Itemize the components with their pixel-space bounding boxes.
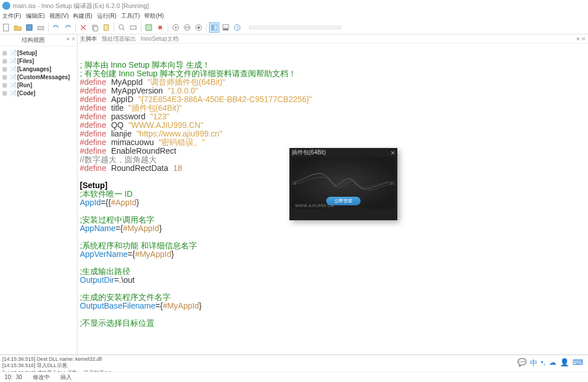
svg-rect-9 bbox=[158, 26, 162, 29]
svg-rect-0 bbox=[3, 24, 9, 31]
expand-icon[interactable]: ⊞ bbox=[2, 58, 8, 64]
print-icon[interactable] bbox=[36, 22, 46, 33]
redo-icon[interactable] bbox=[63, 22, 73, 33]
expand-icon[interactable]: ⊞ bbox=[2, 82, 8, 88]
separator bbox=[48, 23, 49, 32]
stop-icon[interactable] bbox=[194, 22, 204, 33]
tab-preprocess[interactable]: 预处理器输出 bbox=[102, 35, 136, 43]
output-line: [14:15:36.515] Dest DLL name: kernel32.d… bbox=[2, 356, 586, 362]
svg-rect-2 bbox=[38, 26, 44, 30]
expand-icon[interactable]: ⊞ bbox=[2, 74, 8, 80]
app-icon bbox=[2, 2, 10, 10]
save-icon[interactable] bbox=[24, 22, 34, 33]
section-icon: 📄 bbox=[10, 50, 16, 56]
svg-rect-4 bbox=[94, 26, 98, 31]
sidebar: 结构视图 ▾ ✕ ⊞📄[Setup] ⊞📄[Files] ⊞📄[Language… bbox=[0, 34, 78, 354]
menu-tools[interactable]: 工具(T) bbox=[121, 12, 140, 20]
svg-point-6 bbox=[119, 25, 123, 29]
code-comment: ; 有关创建 Inno Setup 脚本文件的详细资料请查阅帮助文档！ bbox=[80, 69, 296, 78]
tray-icons: 💬 中 •, ☁ 👤 ⌨ bbox=[517, 358, 583, 368]
progress-placeholder bbox=[249, 26, 341, 29]
menu-view[interactable]: 视图(V) bbox=[49, 12, 68, 20]
popup-titlebar[interactable]: 插件包(64Bit) ✕ bbox=[289, 148, 397, 157]
open-icon[interactable] bbox=[13, 22, 23, 33]
status-bar: 10: 30 修改中 插入 bbox=[0, 372, 588, 382]
tray-ime-icon[interactable]: 中 bbox=[530, 358, 537, 368]
menu-edit[interactable]: 编辑(E) bbox=[26, 12, 45, 20]
close-icon[interactable]: ✕ bbox=[390, 150, 395, 156]
status-line: 10: 30 bbox=[5, 374, 22, 380]
run-icon[interactable] bbox=[171, 22, 181, 33]
paste-icon[interactable] bbox=[101, 22, 111, 33]
help-icon[interactable]: ? bbox=[232, 22, 242, 33]
svg-rect-1 bbox=[26, 25, 32, 30]
sidebar-header: 结构视图 ▾ ✕ bbox=[0, 34, 77, 46]
toggle-output-icon[interactable] bbox=[220, 22, 231, 33]
menu-build[interactable]: 构建(B) bbox=[73, 12, 92, 20]
separator bbox=[168, 23, 168, 32]
installer-popup: 插件包(64Bit) ✕ ‹ › 立即安装 WWW.AJIU999.CN bbox=[289, 148, 397, 220]
menu-help[interactable]: 帮助(H) bbox=[144, 12, 164, 20]
expand-icon[interactable]: ⊞ bbox=[2, 50, 8, 56]
tree-item-files[interactable]: ⊞📄[Files] bbox=[2, 57, 77, 65]
code-section: [Setup] bbox=[80, 181, 107, 190]
section-icon: 📄 bbox=[10, 82, 16, 88]
svg-rect-13 bbox=[198, 26, 200, 29]
tree-item-setup[interactable]: ⊞📄[Setup] bbox=[2, 49, 77, 57]
toggle-structure-icon[interactable] bbox=[209, 22, 219, 33]
output-line: [14:15:36.516] 导入DLL示意. bbox=[2, 362, 586, 369]
editor-tabbar: 主脚本 预处理器输出 InnoSetup文档 ▾ ✕ bbox=[78, 34, 588, 44]
tray-keyboard-icon[interactable]: ⌨ bbox=[572, 358, 583, 368]
menu-run[interactable]: 运行(R) bbox=[97, 12, 117, 20]
section-icon: 📄 bbox=[10, 90, 16, 96]
title-bar: main.iss - Inno Setup 编译器(Ex) 6.2.0 [Run… bbox=[0, 0, 588, 11]
svg-rect-16 bbox=[223, 25, 229, 28]
compile-icon[interactable] bbox=[144, 22, 154, 33]
section-icon: 📄 bbox=[10, 74, 16, 80]
menu-file[interactable]: 文件(F) bbox=[2, 12, 21, 20]
panel-controls-icon[interactable]: ▾ ✕ bbox=[67, 36, 77, 42]
expand-icon[interactable]: ⊞ bbox=[2, 90, 8, 96]
svg-rect-17 bbox=[223, 29, 229, 30]
status-insert: 插入 bbox=[60, 373, 72, 381]
tree-item-custommessages[interactable]: ⊞📄[CustomMessages] bbox=[2, 73, 77, 81]
expand-icon[interactable]: ⊞ bbox=[2, 66, 8, 72]
section-icon: 📄 bbox=[10, 66, 16, 72]
prev-icon[interactable]: ‹ bbox=[294, 180, 296, 186]
section-icon: 📄 bbox=[10, 58, 16, 64]
popup-url: WWW.AJIU999.CN bbox=[295, 204, 334, 208]
svg-text:?: ? bbox=[236, 25, 239, 30]
tray-punct-icon[interactable]: •, bbox=[541, 358, 546, 368]
svg-rect-7 bbox=[130, 26, 136, 29]
tree-item-run[interactable]: ⊞📄[Run] bbox=[2, 81, 77, 89]
toolbar: ? bbox=[0, 21, 588, 34]
separator bbox=[141, 23, 141, 32]
copy-icon[interactable] bbox=[90, 22, 100, 33]
new-icon[interactable] bbox=[1, 22, 11, 33]
separator bbox=[206, 23, 207, 32]
code-comment: ; 脚本由 Inno Setup 脚本向导 生成！ bbox=[80, 60, 210, 69]
find-icon[interactable] bbox=[117, 22, 127, 33]
undo-icon[interactable] bbox=[51, 22, 61, 33]
panel-controls-icon[interactable]: ▾ ✕ bbox=[577, 36, 586, 42]
pause-icon[interactable] bbox=[182, 22, 192, 33]
separator bbox=[75, 23, 76, 32]
tray-user-icon[interactable]: 👤 bbox=[560, 358, 569, 368]
tree-item-code[interactable]: ⊞📄[Code] bbox=[2, 89, 77, 97]
tray-chat-icon[interactable]: 💬 bbox=[517, 358, 527, 368]
window-title: main.iss - Inno Setup 编译器(Ex) 6.2.0 [Run… bbox=[13, 2, 149, 10]
next-icon[interactable]: › bbox=[390, 180, 393, 186]
svg-rect-5 bbox=[104, 25, 109, 30]
tree-item-languages[interactable]: ⊞📄[Languages] bbox=[2, 65, 77, 73]
status-modified: 修改中 bbox=[33, 373, 50, 381]
tab-doc[interactable]: InnoSetup文档 bbox=[141, 35, 179, 43]
svg-rect-15 bbox=[214, 25, 217, 30]
tray-cloud-icon[interactable]: ☁ bbox=[549, 358, 556, 368]
svg-rect-8 bbox=[146, 25, 152, 30]
tab-main[interactable]: 主脚本 bbox=[80, 35, 97, 43]
stop-compile-icon[interactable] bbox=[155, 22, 165, 33]
replace-icon[interactable] bbox=[128, 22, 138, 33]
popup-title-text: 插件包(64Bit) bbox=[292, 149, 326, 157]
cut-icon[interactable] bbox=[78, 22, 88, 33]
menu-bar: 文件(F) 编辑(E) 视图(V) 构建(B) 运行(R) 工具(T) 帮助(H… bbox=[0, 11, 588, 21]
